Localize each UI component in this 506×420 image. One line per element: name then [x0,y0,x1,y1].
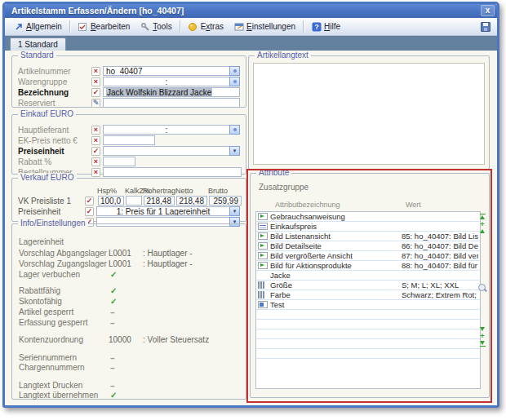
reserviert-input[interactable] [103,98,240,108]
attribute-row[interactable]: Bild vergrößerte Ansicht87: ho_40407: Bi… [256,251,480,261]
browse-button[interactable] [229,125,240,135]
group-standard: Standard Artikelnummer × ho_40407 Wareng… [11,55,246,108]
rabatt-input[interactable] [103,157,135,166]
rohertrag-input[interactable]: 218,48 [144,196,175,206]
edit-pad-icon [78,21,88,32]
attribute-row[interactable]: Test [256,300,480,310]
mandatory-x-icon[interactable]: × [91,136,100,145]
save-button[interactable] [477,20,494,34]
dash-icon: -- [110,353,114,362]
hauptlieferant-input[interactable]: : [103,125,229,135]
group-standard-legend: Standard [18,51,56,60]
form-content: Standard Artikelnummer × ho_40407 Wareng… [5,51,497,405]
info-row: Rabattfähig✓ [19,286,239,296]
group-verkauf-legend: Verkauf EURO [18,173,77,183]
info-row: Lagereinheit [19,237,239,247]
check-icon: ✓ [110,391,117,400]
preiseinheit-ek-select[interactable] [103,146,229,156]
bestellnummer-input[interactable] [103,167,242,177]
info-row: Artikel gesperrt-- [19,307,239,317]
menu-extras[interactable]: Extras [183,20,229,33]
attribute-row[interactable] [256,339,480,349]
browse-button[interactable] [229,77,240,86]
selected-text: Jack Wolfskin Blizzard Jacke [106,88,212,97]
tab-standard[interactable]: 1 Standard [10,38,66,51]
valid-check-icon[interactable]: ✓ [91,147,100,156]
valid-check-icon[interactable]: ✓ [85,197,94,206]
attribute-row[interactable]: Einkaufspreis [256,222,480,232]
add-row-icon[interactable]: + [480,222,484,227]
list-scroll-top-controls: + [478,213,486,233]
mandatory-x-icon[interactable]: × [91,157,100,166]
toolbar-separator [180,20,180,33]
attribute-row[interactable]: Jacke [256,271,480,281]
valid-check-icon[interactable]: ✓ [91,88,100,97]
menubar: Allgemein Bearbeiten Tools Extras Einste… [5,18,497,36]
attribute-row[interactable] [256,310,480,320]
list-values-icon [258,291,266,298]
zusatzgruppe-label: Zusatzgruppe [259,183,308,192]
attribute-row[interactable]: Gebrauchsanweisung [256,212,480,222]
menu-einstellungen[interactable]: Einstellungen [229,20,300,33]
mandatory-x-icon[interactable]: × [91,126,100,135]
tab-strip: 1 Standard [5,36,497,51]
menu-hilfe[interactable]: ? Hilfe [306,20,345,33]
field-hauptlieferant: Hauptlieferant × : [18,125,240,135]
attribute-row[interactable]: FarbeSchwarz; Extrem Rot; Extre [256,290,480,300]
field-reserviert: Reserviert ✎ [18,98,240,108]
brutto-input[interactable]: 259,99 [209,196,242,206]
group-info: Info/Einstellungen Lagereinheit Vorschla… [11,223,246,400]
artikelnummer-input[interactable]: ho_40407 [103,66,229,76]
valid-check-icon[interactable]: ✓ [85,207,94,216]
chevron-down-icon[interactable]: ▾ [229,146,240,156]
close-button[interactable]: x [481,5,495,16]
attribute-row[interactable] [256,329,480,339]
mandatory-x-icon[interactable]: × [91,67,100,76]
scroll-up-icon[interactable] [480,229,485,233]
field-preiseinheit-ek: Preiseinheit ✓ ▾ [18,146,240,156]
attribute-row[interactable] [256,349,480,359]
chevron-down-icon[interactable]: ▾ [229,206,240,216]
field-vk-preisliste: VK Preisliste 1 ✓ 100,0 218,48 218,48 25… [18,196,240,206]
attribute-table[interactable]: Gebrauchsanweisung Einkaufspreis Bild Li… [255,211,481,389]
scroll-last-button[interactable] [480,341,486,347]
titlebar[interactable]: Artikelstamm Erfassen/Ändern [ho_40407] … [5,4,497,18]
attribute-row[interactable] [256,320,480,329]
info-row: Chargennummern-- [19,363,239,373]
dash-icon: -- [110,381,114,390]
edit-pencil-icon[interactable]: ✎ [91,99,100,108]
hsp-input[interactable]: 100,0 [98,196,124,206]
scroll-first-button[interactable] [480,213,486,219]
scroll-down-icon[interactable] [480,327,485,331]
bezeichnung-input[interactable]: Jack Wolfskin Blizzard Jacke [103,87,240,97]
netto-input[interactable]: 218,48 [176,196,207,206]
image-attachment-icon [258,252,268,259]
langtext-textarea[interactable] [253,63,485,165]
menu-bearbeiten[interactable]: Bearbeiten [73,20,135,33]
attribute-row[interactable]: Bild für Aktionsprodukte88: ho_40407: Bi… [256,261,480,271]
attribute-row[interactable]: Bild Listenansicht85: ho_40407: Bild Lis… [256,232,480,241]
menu-allgemein[interactable]: Allgemein [8,20,67,33]
magnifier-icon[interactable] [478,284,487,293]
kalkz-input[interactable] [126,196,142,206]
field-rabatt: Rabatt % × [18,157,240,166]
warengruppe-input[interactable]: : [103,77,229,86]
ek-preis-input[interactable] [103,135,155,145]
attribute-row[interactable]: Bild Detailseite86: ho_40407: Bild Detai… [256,241,480,251]
browse-button[interactable] [229,66,240,76]
app-window: Artikelstamm Erfassen/Ändern [ho_40407] … [2,2,499,408]
info-row: Kontenzuordnung10000: Voller Steuersatz [19,335,239,345]
mandatory-x-icon[interactable]: × [91,168,100,177]
preiseinheit-vk-select[interactable]: 1: Preis für 1 Lagereinheit [96,206,229,216]
attribute-row[interactable]: GrößeS; M; L; XL; XXL [256,281,480,290]
add-row-icon[interactable]: + [480,334,484,338]
mandatory-x-icon[interactable]: × [91,77,100,86]
info-row: Erfassung gesperrt-- [19,318,239,328]
menu-tools[interactable]: Tools [135,20,176,33]
list-values-icon [258,281,266,289]
group-info-legend: Info/Einstellungen [18,219,88,228]
group-einkauf: Einkauf EURO Hauptlieferant × : EK-Preis… [11,114,246,175]
group-einkauf-legend: Einkauf EURO [18,109,76,119]
group-attribute-legend: Attribute [256,168,291,178]
info-row: Skontofähig✓ [19,297,239,307]
